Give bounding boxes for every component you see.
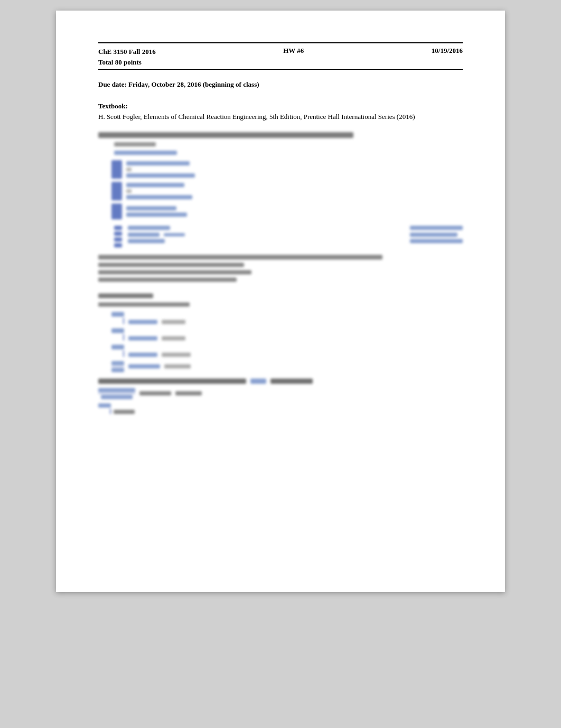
header-left: ChE 3150 Fall 2016 Total 80 points — [98, 47, 156, 67]
course-title: ChE 3150 Fall 2016 — [98, 47, 156, 57]
textbook-reference: H. Scott Fogler, Elements of Chemical Re… — [98, 112, 463, 123]
textbook-label: Textbook: — [98, 102, 463, 110]
total-points: Total 80 points — [98, 57, 156, 68]
page: ChE 3150 Fall 2016 Total 80 points HW #6… — [56, 11, 505, 592]
due-date: Due date: Friday, October 28, 2016 (begi… — [98, 80, 463, 89]
textbook-section: Textbook: H. Scott Fogler, Elements of C… — [98, 102, 463, 123]
header-row: ChE 3150 Fall 2016 Total 80 points HW #6… — [98, 42, 463, 70]
due-date-header: 10/19/2016 — [432, 47, 463, 55]
hw-label: HW #6 — [283, 47, 304, 55]
blurred-problem-2 — [98, 293, 463, 414]
blurred-problem-1 — [98, 132, 463, 282]
